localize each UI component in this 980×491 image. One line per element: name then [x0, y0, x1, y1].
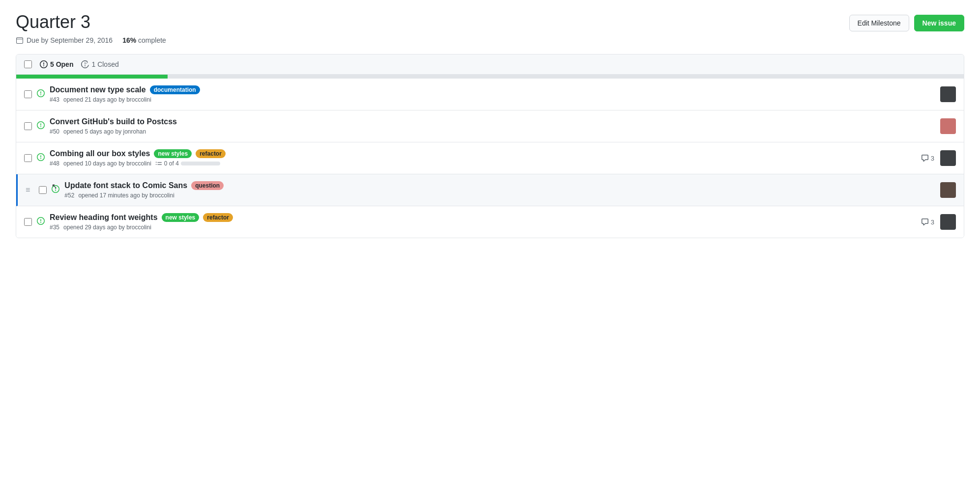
label: refactor: [203, 213, 233, 222]
issue-right: [940, 182, 956, 198]
issue-meta: #35 opened 29 days ago by broccolini: [50, 224, 921, 231]
issue-content: Convert GitHub's build to Postcss #50 op…: [50, 117, 940, 135]
complete-stat: 16% complete: [122, 36, 166, 44]
issue-opened-text: opened 29 days ago by broccolini: [63, 224, 151, 231]
issue-meta: #43 opened 21 days ago by broccolini: [50, 96, 940, 103]
avatar: [940, 118, 956, 134]
complete-pct: 16%: [122, 36, 136, 44]
table-row: Document new type scale documentation #4…: [16, 79, 964, 110]
issue-right: 3: [921, 150, 956, 166]
issue-number: #43: [50, 96, 59, 103]
comment-icon: [921, 218, 929, 226]
label: documentation: [150, 85, 200, 94]
issue-meta: #52 opened 17 minutes ago by broccolini: [64, 192, 940, 199]
due-date: Due by September 29, 2016: [16, 36, 113, 44]
comment-count: 3: [921, 154, 934, 162]
milestone-meta: Due by September 29, 2016 16% complete: [16, 36, 964, 44]
issue-meta: #48 opened 10 days ago by broccolini 0 o…: [50, 160, 921, 167]
avatar: [940, 86, 956, 102]
page-title: Quarter 3: [16, 12, 90, 32]
issue-content: Review heading font weights new stylesre…: [50, 213, 921, 231]
task-progress-track: [181, 162, 220, 165]
avatar: [940, 182, 956, 198]
comment-count: 3: [921, 218, 934, 226]
issue-open-icon: [37, 121, 45, 132]
issue-open-icon: [37, 217, 45, 227]
issue-opened-text: opened 5 days ago by jonrohan: [63, 128, 146, 135]
new-issue-button[interactable]: New issue: [914, 15, 964, 31]
issue-open-icon: [37, 89, 45, 100]
label: new styles: [154, 149, 192, 158]
issue-title[interactable]: Document new type scale: [50, 85, 146, 94]
issue-checkbox[interactable]: [39, 186, 47, 194]
issue-checkbox[interactable]: [24, 154, 32, 162]
issue-content: Document new type scale documentation #4…: [50, 85, 940, 103]
issues-list-header: 5 Open 1 Closed: [16, 55, 964, 75]
issue-number: #48: [50, 160, 59, 167]
table-row: Review heading font weights new stylesre…: [16, 206, 964, 238]
issue-number: #35: [50, 224, 59, 231]
issue-content: Update font stack to Comic Sans question…: [64, 181, 940, 199]
table-row: ≡ ↖ Update font stack to Comic Sans ques…: [16, 174, 964, 206]
issue-content: Combing all our box styles new stylesref…: [50, 149, 921, 167]
open-issue-icon: [40, 60, 48, 68]
issue-title[interactable]: Convert GitHub's build to Postcss: [50, 117, 177, 126]
label: refactor: [196, 149, 226, 158]
avatar: [940, 214, 956, 230]
open-count: 5 Open: [40, 60, 73, 68]
edit-milestone-button[interactable]: Edit Milestone: [849, 15, 909, 31]
issue-opened-text: opened 17 minutes ago by broccolini: [78, 192, 174, 199]
issue-opened-text: opened 21 days ago by broccolini: [63, 96, 151, 103]
progress-bar-fill: [16, 75, 168, 79]
issue-checkbox[interactable]: [24, 90, 32, 98]
closed-issue-icon: [81, 60, 89, 68]
issue-open-icon: [52, 185, 59, 195]
issue-right: [940, 86, 956, 102]
issue-right: [940, 118, 956, 134]
issue-opened-text: opened 10 days ago by broccolini: [63, 160, 151, 167]
label: new styles: [162, 213, 200, 222]
label: question: [191, 181, 224, 190]
checklist-icon: [155, 160, 162, 167]
issue-checkbox[interactable]: [24, 218, 32, 226]
issue-title[interactable]: Review heading font weights: [50, 213, 158, 222]
issues-container: 5 Open 1 Closed Document new type scale …: [16, 54, 964, 238]
issues-list: Document new type scale documentation #4…: [16, 79, 964, 238]
comment-icon: [921, 154, 929, 162]
issue-number: #50: [50, 128, 59, 135]
issue-title[interactable]: Update font stack to Comic Sans: [64, 181, 187, 190]
calendar-icon: [16, 36, 24, 44]
complete-label: complete: [138, 36, 166, 44]
table-row: Combing all our box styles new stylesref…: [16, 142, 964, 174]
issue-right: 3: [921, 214, 956, 230]
avatar: [940, 150, 956, 166]
due-date-text: Due by September 29, 2016: [27, 36, 113, 44]
table-row: Convert GitHub's build to Postcss #50 op…: [16, 110, 964, 142]
header-actions: Edit Milestone New issue: [849, 15, 964, 31]
select-all-checkbox[interactable]: [24, 60, 32, 68]
issue-number: #52: [64, 192, 74, 199]
task-progress: 0 of 4: [155, 160, 220, 167]
closed-count: 1 Closed: [81, 60, 118, 68]
issue-checkbox[interactable]: [24, 122, 32, 130]
issue-open-icon: [37, 153, 45, 164]
issue-title[interactable]: Combing all our box styles: [50, 149, 150, 158]
milestone-progress-bar: [16, 75, 964, 79]
issue-meta: #50 opened 5 days ago by jonrohan: [50, 128, 940, 135]
drag-handle[interactable]: ≡: [26, 186, 30, 194]
